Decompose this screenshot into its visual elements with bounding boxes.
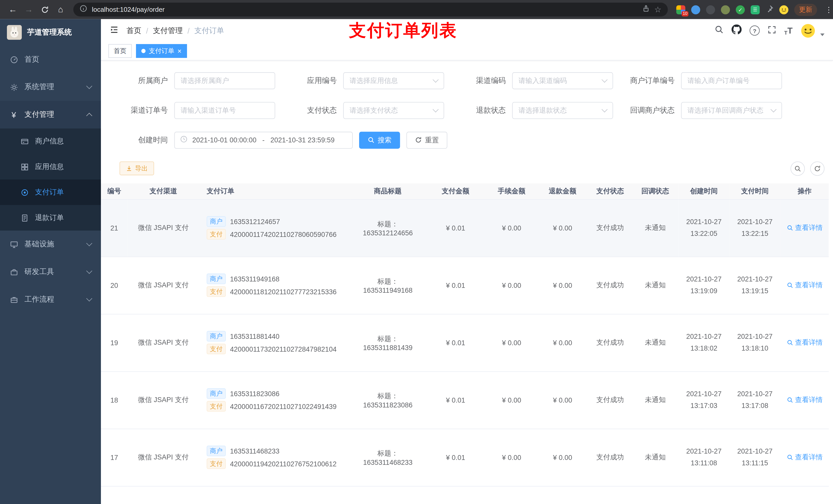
fullscreen-icon[interactable] bbox=[768, 25, 776, 36]
pin-icon[interactable] bbox=[766, 5, 774, 15]
view-detail-link[interactable]: 查看详情 bbox=[787, 281, 823, 290]
filter-label: 渠道订单号 bbox=[106, 106, 174, 115]
search-button[interactable]: 搜索 bbox=[359, 131, 400, 148]
cell-notify-status bbox=[632, 486, 678, 504]
cell-notify-status: 未通知 bbox=[632, 199, 678, 257]
dashboard-icon bbox=[9, 55, 18, 64]
extension-drop-icon[interactable] bbox=[691, 5, 700, 14]
sidebar-item-workflow[interactable]: 工作流程 bbox=[0, 286, 101, 313]
breadcrumb-pay-management[interactable]: 支付管理 bbox=[153, 26, 183, 35]
tag-pay-order[interactable]: 支付订单 × bbox=[136, 44, 187, 58]
header-actions: ? TT bbox=[715, 23, 825, 38]
cell-fee bbox=[486, 486, 537, 504]
cell-refund bbox=[537, 486, 588, 504]
back-icon[interactable]: ← bbox=[5, 2, 20, 17]
search-icon[interactable] bbox=[715, 25, 723, 37]
view-detail-link[interactable]: 查看详情 bbox=[787, 338, 823, 347]
home-icon[interactable]: ⌂ bbox=[53, 2, 68, 17]
cell-amount: ¥ 0.01 bbox=[425, 371, 486, 429]
sidebar-item-home[interactable]: 首页 bbox=[0, 46, 101, 73]
refresh-table-icon[interactable] bbox=[810, 161, 825, 176]
avatar[interactable] bbox=[801, 23, 815, 38]
extension-icon[interactable]: 10 bbox=[676, 5, 685, 14]
filter-select[interactable]: 请选择退款状态 bbox=[512, 102, 613, 119]
cell-status: 支付成功 bbox=[588, 371, 632, 429]
filter-label: 退款状态 bbox=[444, 106, 512, 115]
view-detail-link[interactable]: 查看详情 bbox=[787, 453, 823, 462]
breadcrumb: 首页 / 支付管理 / 支付订单 bbox=[126, 26, 224, 35]
view-detail-link[interactable]: 查看详情 bbox=[787, 395, 823, 405]
cell-title: 标题：1635312124656 bbox=[351, 199, 425, 257]
url-text: localhost:1024/pay/order bbox=[92, 6, 637, 13]
cell-pay-time: 2021-10-2713:11:15 bbox=[730, 429, 781, 486]
chevron-down-icon bbox=[86, 295, 92, 302]
address-bar[interactable]: localhost:1024/pay/order ☆ bbox=[73, 3, 668, 16]
sidebar-item-app-info[interactable]: 应用信息 bbox=[0, 154, 101, 179]
sidebar-item-pay[interactable]: ¥支付管理 bbox=[0, 101, 101, 128]
sidebar-item-infra[interactable]: 基础设施 bbox=[0, 231, 101, 258]
pay-tag: 支付 bbox=[207, 229, 226, 240]
cell-refund: ¥ 0.00 bbox=[537, 314, 588, 371]
help-icon[interactable]: ? bbox=[750, 26, 760, 36]
toggle-search-icon[interactable] bbox=[790, 161, 805, 176]
reload-icon[interactable] bbox=[37, 2, 52, 17]
view-detail-link[interactable]: 查看详情 bbox=[787, 223, 823, 233]
active-dot-icon bbox=[141, 49, 146, 53]
forward-icon[interactable]: → bbox=[21, 2, 36, 17]
filter-input[interactable]: 请输入商户订单编号 bbox=[681, 72, 782, 89]
sidebar-item-merchant-info[interactable]: 商户信息 bbox=[0, 128, 101, 154]
browser-menu-icon[interactable]: ⋮ bbox=[823, 5, 833, 14]
grid-icon bbox=[20, 163, 29, 171]
chevron-down-icon bbox=[433, 106, 438, 112]
sidebar-submenu-pay: 商户信息应用信息支付订单退款订单 bbox=[0, 128, 101, 231]
filter-select[interactable]: 请输入渠道编码 bbox=[512, 72, 613, 89]
briefcase-icon bbox=[9, 295, 18, 304]
cell-notify-status: 未通知 bbox=[632, 429, 678, 486]
page-header: 首页 / 支付管理 / 支付订单 支付订单列表 ? bbox=[101, 19, 833, 43]
breadcrumb-separator: / bbox=[188, 27, 190, 35]
share-icon[interactable] bbox=[642, 5, 649, 14]
sidebar-item-devtools[interactable]: 研发工具 bbox=[0, 258, 101, 286]
filter-input[interactable]: 请选择所属商户 bbox=[174, 72, 275, 89]
orders-table: 编号支付渠道支付订单商品标题支付金额手续金额退款金额支付状态回调状态创建时间支付… bbox=[101, 183, 833, 504]
table-row: 微信 JSAPI 支付商户1635311151736 bbox=[101, 486, 829, 504]
sidebar-item-refund-order[interactable]: 退款订单 bbox=[0, 205, 101, 231]
filter-select[interactable]: 请选择应用信息 bbox=[343, 72, 444, 89]
filter-select[interactable]: 请选择订单回调商户状态 bbox=[681, 102, 782, 119]
column-header: 回调状态 bbox=[632, 183, 678, 199]
export-button[interactable]: 导出 bbox=[120, 162, 154, 175]
github-icon[interactable] bbox=[732, 25, 742, 37]
breadcrumb-home[interactable]: 首页 bbox=[126, 26, 141, 35]
browser-update-button[interactable]: 更新 bbox=[794, 3, 817, 16]
extension-check-icon[interactable]: ✓ bbox=[736, 5, 745, 14]
toolbox-icon bbox=[9, 268, 18, 276]
extension-olive-icon[interactable] bbox=[721, 5, 730, 14]
tag-home[interactable]: 首页 bbox=[109, 44, 132, 58]
chevron-down-icon[interactable] bbox=[820, 33, 825, 36]
date-start: 2021-10-01 00:00:00 bbox=[192, 136, 256, 144]
cell-pay-time bbox=[730, 486, 781, 504]
close-icon[interactable]: × bbox=[177, 48, 182, 55]
site-info-icon[interactable] bbox=[80, 5, 87, 14]
extension-chat-icon[interactable]: ☰ bbox=[751, 5, 760, 14]
cell-pay-order: 商户1635311823086支付42000011672021102710224… bbox=[199, 371, 351, 429]
filter-select[interactable]: 请选择支付状态 bbox=[343, 102, 444, 119]
sidebar-item-system[interactable]: 系统管理 bbox=[0, 73, 101, 101]
cell-channel: 微信 JSAPI 支付 bbox=[127, 257, 199, 314]
column-header: 支付时间 bbox=[730, 183, 781, 199]
reset-button[interactable]: 重置 bbox=[406, 131, 448, 148]
cell-fee: ¥ 0.00 bbox=[486, 199, 537, 257]
bookmark-star-icon[interactable]: ☆ bbox=[654, 5, 661, 14]
pay-tag: 支付 bbox=[207, 401, 226, 412]
cell-title: 标题：1635311823086 bbox=[351, 371, 425, 429]
sidebar-item-pay-order[interactable]: 支付订单 bbox=[0, 179, 101, 205]
cell-refund: ¥ 0.00 bbox=[537, 257, 588, 314]
collapse-sidebar-icon[interactable] bbox=[110, 25, 119, 37]
cell-amount: ¥ 0.01 bbox=[425, 429, 486, 486]
extension-dark-icon[interactable] bbox=[706, 5, 715, 14]
cell-action: 查看详情 bbox=[781, 314, 829, 371]
extension-emoji-icon[interactable] bbox=[780, 5, 788, 14]
filter-input[interactable]: 请输入渠道订单号 bbox=[174, 102, 275, 119]
date-range-picker[interactable]: 2021-10-01 00:00:00 - 2021-10-31 23:59:5… bbox=[174, 131, 353, 148]
font-size-icon[interactable]: TT bbox=[784, 26, 792, 35]
